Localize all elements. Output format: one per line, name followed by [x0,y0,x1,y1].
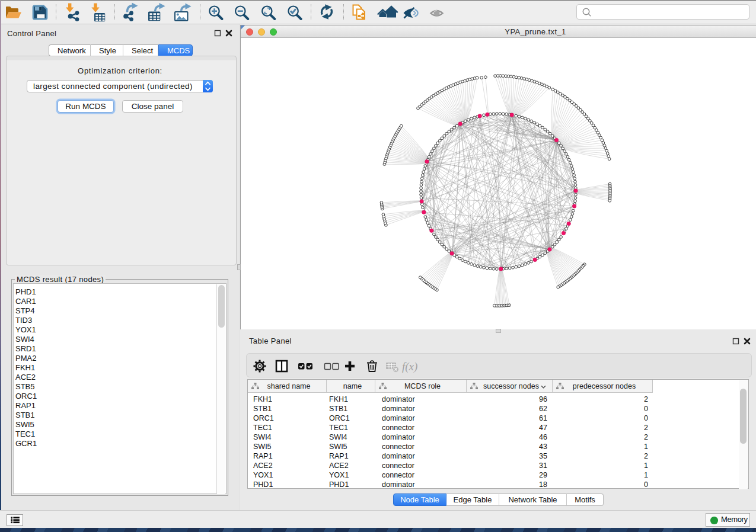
svg-text:f(x): f(x) [402,360,417,373]
